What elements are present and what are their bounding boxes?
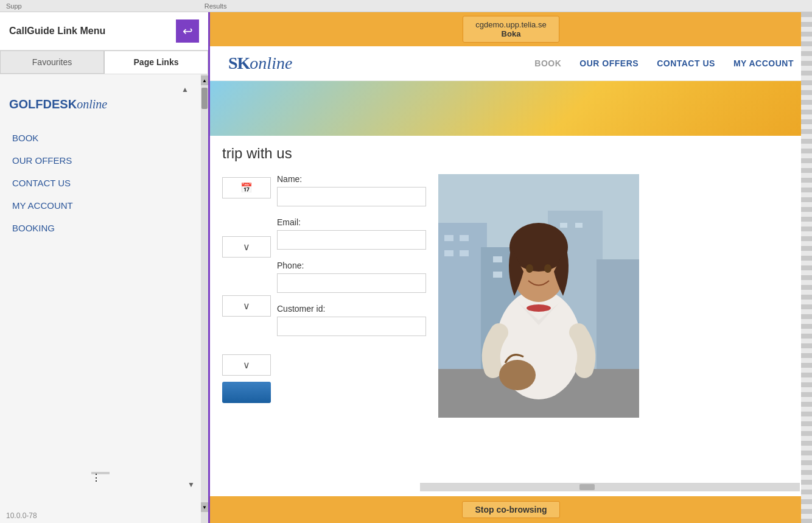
- main-layout: CallGuide Link Menu ↩ Favourites Page Li…: [0, 12, 812, 523]
- logo-online: online: [250, 54, 292, 72]
- contact-form: Name: Email: Phone: Custom: [277, 174, 426, 418]
- customer-id-label: Customer id:: [277, 304, 426, 314]
- h-scroll-thumb[interactable]: [579, 484, 595, 490]
- cobrowse-boka-btn[interactable]: Boka: [475, 29, 546, 38]
- email-label: Email:: [277, 217, 426, 227]
- scroll-up-arrow[interactable]: ▲: [201, 75, 208, 85]
- chevron-down-icon-2: ∨: [243, 300, 250, 312]
- resize-handle[interactable]: ⋮: [91, 472, 110, 474]
- website-logo: SKonline: [228, 54, 534, 73]
- horizontal-scrollbar[interactable]: [420, 483, 800, 491]
- svg-rect-11: [493, 272, 502, 278]
- cobrowse-top-bar: cgdemo.upp.telia.se Boka: [210, 12, 812, 46]
- dropdown-3[interactable]: ∨: [222, 354, 271, 376]
- chevron-down-icon-3: ∨: [243, 359, 250, 371]
- phone-row: Phone:: [277, 261, 426, 293]
- svg-rect-7: [444, 250, 453, 256]
- brand-logo-script: online: [77, 97, 107, 111]
- email-row: Email:: [277, 217, 426, 250]
- scroll-down-arrow[interactable]: ▼: [201, 502, 208, 512]
- chevron-down-icon-1: ∨: [243, 241, 250, 253]
- tab-page-links[interactable]: Page Links: [104, 51, 208, 74]
- phone-label: Phone:: [277, 261, 426, 270]
- calendar-row: 📅: [222, 177, 271, 198]
- calendar-picker-btn[interactable]: 📅: [222, 177, 271, 198]
- right-edge: [801, 12, 812, 523]
- version-text: 10.0.0-78: [6, 511, 37, 520]
- name-row: Name:: [277, 174, 426, 206]
- nav-links: BOOK OUR OFFERS CONTACT US MY ACCOUNT BO…: [9, 127, 189, 239]
- svg-rect-8: [460, 250, 469, 256]
- hero-overlay: [451, 81, 812, 136]
- content-row: 📅 ∨ ∨: [222, 174, 800, 418]
- website-header: SKonline BOOK OUR OFFERS CONTACT US MY A…: [210, 46, 812, 81]
- svg-point-22: [499, 360, 536, 390]
- right-content: cgdemo.upp.telia.se Boka SKonline BOOK O…: [210, 12, 812, 523]
- submit-button[interactable]: [222, 382, 271, 403]
- stop-cobrowse-bar[interactable]: Stop co-browsing: [210, 496, 812, 523]
- dropdown-row-3: ∨: [222, 354, 271, 376]
- dropdown-2[interactable]: ∨: [222, 295, 271, 317]
- nav-book-site[interactable]: BOOK: [534, 58, 561, 68]
- customer-id-input[interactable]: [277, 317, 426, 336]
- logo-sk: SK: [228, 54, 250, 72]
- left-panel-content: ▲ GOLFDESKonline BOOK OUR OFFERS CONTACT…: [0, 74, 201, 523]
- nav-our-offers-site[interactable]: OUR OFFERS: [579, 58, 639, 68]
- left-dropdowns: 📅 ∨ ∨: [222, 174, 271, 418]
- scrollbar[interactable]: ▲ ▼: [201, 74, 208, 523]
- svg-point-20: [544, 264, 551, 273]
- brand-logo: GOLFDESKonline: [9, 97, 189, 111]
- cobrowse-url: cgdemo.upp.telia.se: [475, 20, 546, 29]
- nav-my-account-site[interactable]: MY ACCOUNT: [733, 58, 794, 68]
- svg-rect-14: [575, 223, 583, 228]
- svg-rect-6: [460, 235, 469, 241]
- nav-contact-us-site[interactable]: CONTACT US: [657, 58, 715, 68]
- customer-id-row: Customer id:: [277, 304, 426, 336]
- svg-rect-9: [493, 256, 502, 262]
- tabs-row: Favourites Page Links: [0, 51, 208, 74]
- page-content: trip with us 📅 ∨: [210, 136, 812, 418]
- page-heading: trip with us: [222, 145, 800, 162]
- nav-my-account[interactable]: MY ACCOUNT: [9, 194, 189, 217]
- panel-title: CallGuide Link Menu: [9, 26, 170, 37]
- tab-results[interactable]: Results: [205, 2, 227, 10]
- email-input[interactable]: [277, 230, 426, 250]
- nav-our-offers[interactable]: OUR OFFERS: [9, 149, 189, 172]
- url-boka-box[interactable]: cgdemo.upp.telia.se Boka: [463, 16, 559, 43]
- scroll-up-icon[interactable]: ▲: [181, 85, 189, 94]
- submit-row: [222, 382, 271, 405]
- svg-rect-5: [444, 235, 453, 241]
- svg-point-21: [527, 304, 551, 312]
- nav-booking[interactable]: BOOKING: [9, 217, 189, 239]
- phone-input[interactable]: [277, 273, 426, 293]
- stop-cobrowse-button[interactable]: Stop co-browsing: [462, 501, 559, 518]
- browser-chrome: Supp Results: [0, 0, 812, 12]
- name-input[interactable]: [277, 187, 426, 206]
- name-label: Name:: [277, 174, 426, 184]
- website-nav: BOOK OUR OFFERS CONTACT US MY ACCOUNT: [534, 58, 794, 68]
- nav-book[interactable]: BOOK: [9, 127, 189, 149]
- left-panel-header: CallGuide Link Menu ↩: [0, 12, 208, 51]
- scroll-down-icon[interactable]: ▼: [187, 480, 195, 489]
- hero-area: [210, 81, 812, 136]
- dropdown-1[interactable]: ∨: [222, 236, 271, 258]
- tab-supp[interactable]: Supp: [6, 2, 22, 10]
- tab-favourites[interactable]: Favourites: [0, 51, 104, 74]
- person-illustration: [438, 174, 639, 418]
- brand-logo-text: GOLFDESK: [9, 97, 77, 111]
- calendar-icon: 📅: [240, 182, 253, 194]
- nav-contact-us[interactable]: CONTACT US: [9, 172, 189, 194]
- stop-cobrowse-label: Stop co-browsing: [475, 505, 547, 514]
- left-panel: CallGuide Link Menu ↩ Favourites Page Li…: [0, 12, 210, 523]
- scroll-thumb[interactable]: [201, 88, 208, 109]
- svg-point-19: [526, 264, 533, 273]
- dropdown-row-2: ∨: [222, 295, 271, 317]
- back-button[interactable]: ↩: [176, 19, 199, 43]
- back-icon: ↩: [183, 24, 193, 38]
- dropdown-row-1: ∨: [222, 236, 271, 258]
- svg-rect-13: [560, 223, 567, 228]
- person-image: [438, 174, 639, 418]
